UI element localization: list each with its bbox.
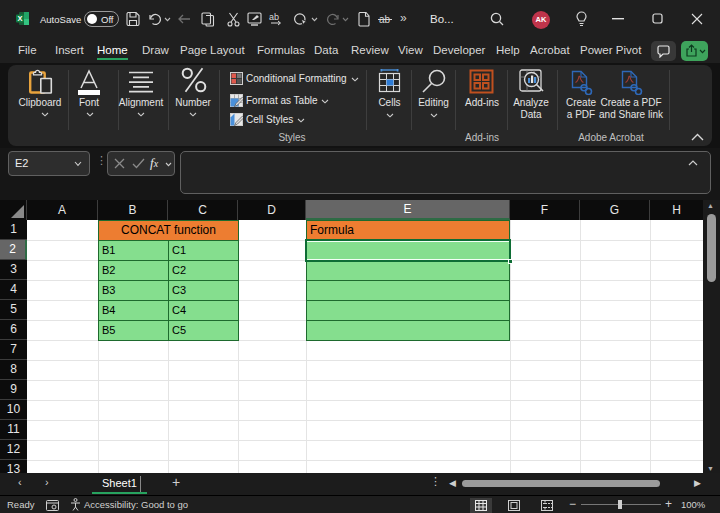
svg-text:X: X (17, 14, 22, 23)
svg-text:ab: ab (269, 12, 279, 22)
